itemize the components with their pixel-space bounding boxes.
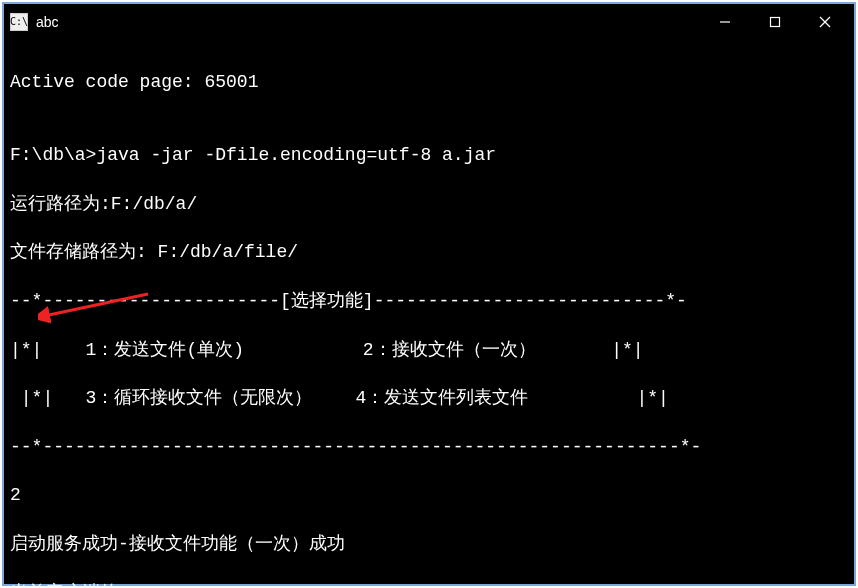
svg-rect-1 — [771, 18, 780, 27]
client-ip-line: 当前客户端的IP：100.2.224.196 — [10, 581, 850, 588]
codepage-line: Active code page: 65001 — [10, 70, 850, 94]
menu-row-2: |*| 3：循环接收文件（无限次） 4：发送文件列表文件 |*| — [10, 386, 850, 410]
close-button[interactable] — [800, 4, 850, 40]
window-title: abc — [36, 14, 59, 30]
menu-row-1: |*| 1：发送文件(单次) 2：接收文件（一次） |*| — [10, 338, 850, 362]
titlebar: C:\ abc — [4, 4, 854, 40]
menu-bottom: --*-------------------------------------… — [10, 435, 850, 459]
terminal-body[interactable]: Active code page: 65001 F:\db\a>java -ja… — [4, 40, 854, 588]
store-path-line: 文件存储路径为: F:/db/a/file/ — [10, 240, 850, 264]
success-line: 启动服务成功-接收文件功能（一次）成功 — [10, 532, 850, 556]
terminal-window: C:\ abc Active code page: 65001 F:\db\a>… — [2, 2, 856, 586]
maximize-button[interactable] — [750, 4, 800, 40]
cmd-icon: C:\ — [10, 13, 28, 31]
close-icon — [819, 16, 831, 28]
minimize-icon — [719, 16, 731, 28]
prompt-line: F:\db\a>java -jar -Dfile.encoding=utf-8 … — [10, 143, 850, 167]
maximize-icon — [769, 16, 781, 28]
user-input: 2 — [10, 483, 850, 507]
run-path-line: 运行路径为:F:/db/a/ — [10, 192, 850, 216]
menu-top: --*----------------------[选择功能]---------… — [10, 289, 850, 313]
minimize-button[interactable] — [700, 4, 750, 40]
